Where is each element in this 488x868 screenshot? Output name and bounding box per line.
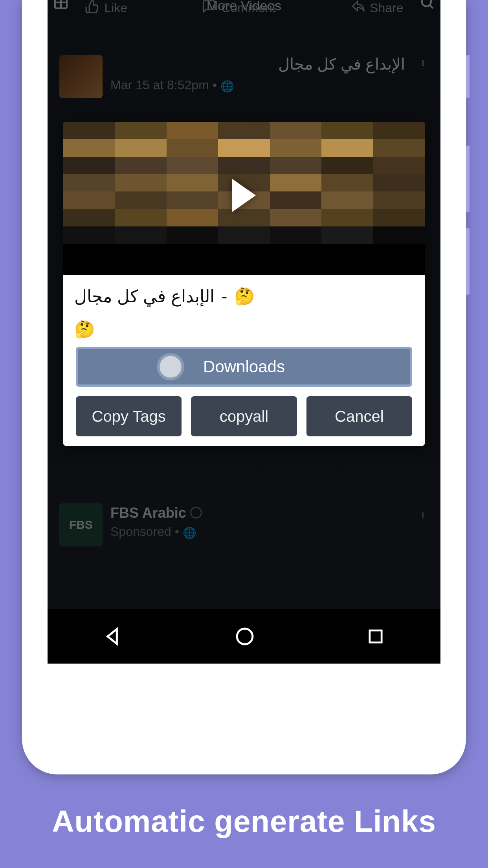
phone-side-button	[466, 145, 470, 212]
promo-text: Automatic generate Links	[52, 804, 436, 839]
play-icon[interactable]	[232, 179, 256, 212]
caption-line: 🤔	[74, 320, 414, 339]
recents-icon[interactable]	[365, 626, 386, 647]
svg-rect-3	[369, 631, 381, 642]
thinking-emoji-icon: 🤔	[74, 320, 95, 338]
phone-screen: More Videos Like Comment	[48, 0, 440, 664]
copy-all-button[interactable]: copyall	[191, 396, 297, 436]
cancel-button-label: Cancel	[335, 408, 384, 425]
cancel-button[interactable]: Cancel	[306, 396, 412, 436]
downloads-button-label: Downloads	[203, 357, 285, 376]
phone-side-button	[466, 55, 470, 98]
video-preview[interactable]	[63, 122, 425, 275]
caption-block: 🤔 - الإبداع في كل مجال 🤔	[63, 275, 425, 347]
copy-all-button-label: copyall	[220, 408, 269, 425]
promo-caption: Automatic generate Links	[0, 774, 488, 868]
caption-text: الإبداع في كل مجال	[74, 286, 215, 306]
svg-point-2	[237, 629, 253, 644]
back-icon[interactable]	[102, 625, 124, 647]
copy-tags-button[interactable]: Copy Tags	[76, 396, 182, 436]
thinking-emoji-icon: 🤔	[234, 287, 255, 306]
copy-tags-button-label: Copy Tags	[92, 408, 166, 425]
system-nav-bar	[48, 609, 440, 664]
touch-ripple-icon	[157, 353, 184, 381]
downloads-button[interactable]: Downloads	[76, 347, 412, 387]
caption-separator: -	[222, 287, 227, 306]
caption-line: 🤔 - الإبداع في كل مجال	[74, 286, 414, 306]
phone-frame: More Videos Like Comment	[22, 0, 466, 774]
download-modal: 🤔 - الإبداع في كل مجال 🤔 Downloads Copy …	[63, 122, 425, 446]
phone-side-button	[466, 228, 470, 295]
home-icon[interactable]	[234, 625, 256, 647]
